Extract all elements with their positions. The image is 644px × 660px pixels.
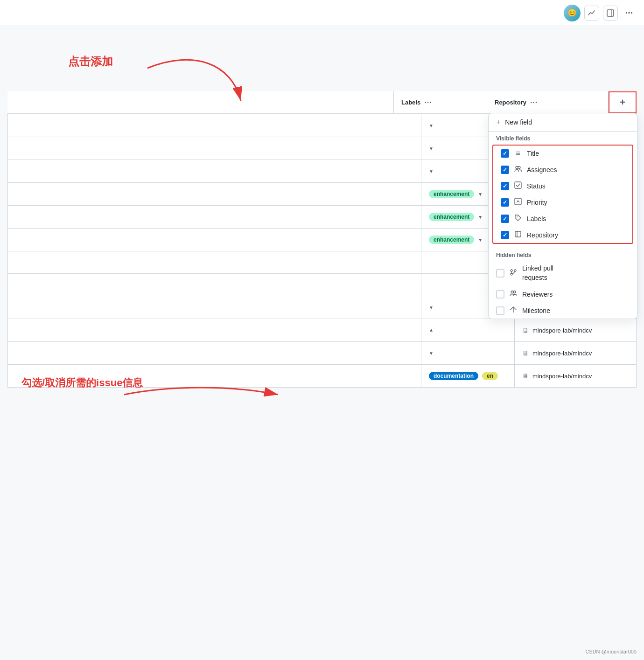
watermark: CSDN @moonstar000 — [585, 649, 637, 654]
row5-main — [8, 206, 421, 228]
hidden-fields-label: Hidden fields — [489, 248, 637, 260]
hidden-fields-section: Hidden fields Linked pullrequests Review… — [489, 246, 637, 319]
svg-point-11 — [511, 273, 512, 275]
labels-checkbox[interactable] — [501, 215, 509, 223]
chevron-down-icon[interactable]: ▼ — [429, 351, 434, 356]
row1-main — [8, 114, 421, 137]
chevron-down-icon[interactable]: ▼ — [478, 192, 483, 197]
spacer-row-main — [8, 251, 421, 274]
labels-col-header: Labels ··· — [394, 91, 487, 113]
field-item-labels[interactable]: Labels — [493, 210, 632, 227]
reviewers-checkbox[interactable] — [496, 290, 504, 299]
field-item-status[interactable]: Status — [493, 178, 632, 194]
row9-main — [8, 342, 421, 364]
labels-col-options[interactable]: ··· — [424, 98, 432, 107]
labels-header-text: Labels — [401, 99, 420, 106]
field-item-linked-pr[interactable]: Linked pullrequests — [489, 260, 637, 286]
row8-repo: 🖥 mindspore-lab/mindcv — [515, 319, 636, 341]
repository-col-header: Repository ··· — [487, 91, 609, 113]
title-icon: ≡ — [514, 149, 522, 158]
repository-header-text: Repository — [495, 99, 526, 106]
row7-main — [8, 296, 421, 319]
svg-rect-4 — [515, 182, 521, 188]
row10-repo: 🖥 mindspore-lab/mindcv — [515, 365, 636, 387]
repo-icon: 🖥 — [522, 349, 529, 357]
priority-checkbox[interactable] — [501, 198, 509, 207]
status-checkbox[interactable] — [501, 182, 509, 190]
row9-repo: 🖥 mindspore-lab/mindcv — [515, 342, 636, 364]
labels-icon — [514, 214, 522, 223]
chart-icon-button[interactable] — [584, 6, 599, 21]
svg-rect-7 — [515, 231, 521, 237]
add-field-button[interactable]: + — [609, 91, 637, 113]
svg-point-3 — [518, 167, 520, 169]
title-checkbox[interactable] — [501, 149, 509, 158]
field-item-priority[interactable]: Priority — [493, 194, 632, 210]
chevron-down-icon[interactable]: ▼ — [429, 123, 434, 128]
svg-point-6 — [517, 216, 518, 217]
repo-icon: 🖥 — [522, 372, 529, 380]
svg-point-2 — [516, 167, 518, 169]
assignees-checkbox[interactable] — [501, 166, 509, 174]
new-field-label: New field — [505, 118, 532, 126]
top-bar: 😊 ··· — [0, 0, 644, 26]
status-icon — [514, 181, 522, 190]
svg-point-9 — [511, 270, 512, 271]
field-priority-label: Priority — [527, 199, 547, 206]
chevron-down-icon[interactable]: ▼ — [429, 146, 434, 151]
linked-pr-icon — [509, 269, 518, 278]
visible-fields-bordered-section: ≡ Title Assignees Status — [492, 145, 633, 244]
en-badge: en — [482, 372, 498, 380]
field-labels-label: Labels — [527, 215, 546, 222]
field-assignees-label: Assignees — [527, 166, 557, 174]
enhancement-badge: enhancement — [429, 213, 474, 221]
table-row: ▼ 🖥 mindspore-lab/mindcv — [8, 319, 636, 342]
repo-text: mindspore-lab/mindcv — [532, 373, 592, 380]
field-item-repository[interactable]: Repository — [493, 227, 632, 243]
chevron-down-icon[interactable]: ▼ — [429, 305, 434, 310]
repo-icon: 🖥 — [522, 327, 529, 334]
enhancement-badge: enhancement — [429, 236, 474, 244]
svg-point-13 — [511, 291, 513, 293]
field-item-assignees[interactable]: Assignees — [493, 161, 632, 178]
field-title-label: Title — [527, 150, 539, 157]
table-header: Labels ··· Repository ··· + — [7, 91, 637, 114]
linked-pr-label: Linked pullrequests — [522, 264, 553, 282]
main-col-header — [7, 91, 394, 113]
svg-rect-5 — [515, 198, 521, 205]
field-item-title[interactable]: ≡ Title — [493, 146, 632, 161]
repository-icon — [514, 230, 522, 239]
chevron-down-icon[interactable]: ▼ — [429, 328, 434, 333]
svg-rect-0 — [607, 10, 614, 16]
milestone-icon — [509, 306, 518, 315]
avatar: 😊 — [564, 5, 581, 21]
table-wrapper: Labels ··· Repository ··· + ▼ 🖥 mind — [7, 91, 637, 388]
more-options-button[interactable]: ··· — [622, 6, 637, 21]
repository-checkbox[interactable] — [501, 231, 509, 239]
priority-icon — [514, 198, 522, 207]
row8-label: ▼ — [421, 319, 515, 341]
row10-main — [8, 365, 421, 387]
new-field-item[interactable]: + New field — [489, 113, 637, 132]
assignees-icon — [514, 165, 522, 174]
documentation-badge: documentation — [429, 372, 478, 380]
row6-main — [8, 229, 421, 251]
enhancement-badge: enhancement — [429, 190, 474, 198]
plus-icon: + — [496, 118, 500, 126]
chevron-down-icon[interactable]: ▼ — [478, 237, 483, 243]
row4-main — [8, 183, 421, 205]
chevron-down-icon[interactable]: ▼ — [429, 169, 434, 174]
table-row: documentation en 🖥 mindspore-lab/mindcv — [8, 365, 636, 387]
row2-main — [8, 137, 421, 160]
row8-main — [8, 319, 421, 341]
field-item-reviewers[interactable]: Reviewers — [489, 286, 637, 302]
add-field-icon: + — [620, 97, 625, 108]
chevron-down-icon[interactable]: ▼ — [478, 215, 483, 220]
visible-fields-section-label: Visible fields — [489, 132, 637, 144]
panel-icon-button[interactable] — [603, 6, 618, 21]
milestone-checkbox[interactable] — [496, 306, 504, 315]
linked-pr-checkbox[interactable] — [496, 269, 504, 278]
row9-label: ▼ — [421, 342, 515, 364]
field-item-milestone[interactable]: Milestone — [489, 302, 637, 319]
repository-col-options[interactable]: ··· — [530, 98, 538, 107]
